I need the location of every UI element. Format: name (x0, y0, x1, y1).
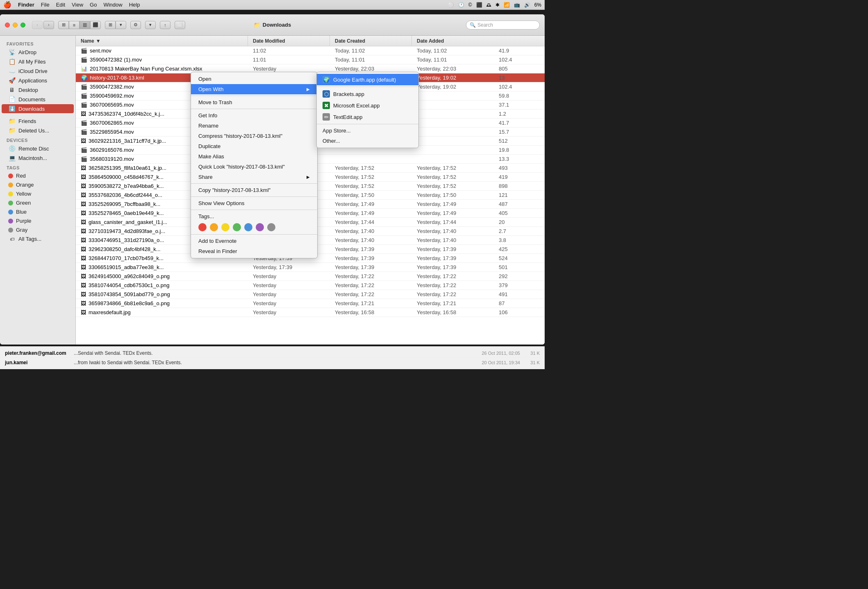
context-menu-item-compress[interactable]: Compress "history-2017-08-13.kml" (191, 131, 317, 141)
file-row[interactable]: 🖼 maxresdefault.jpg Yesterday Yesterday,… (76, 308, 545, 317)
column-view-button[interactable]: ▥ (80, 21, 90, 29)
menubar-timemachine[interactable]: 🕰 (486, 2, 491, 8)
context-menu-item-get-info[interactable]: Get Info (191, 110, 317, 121)
sidebar-item-tag-blue[interactable]: Blue (2, 208, 74, 216)
minimize-button[interactable] (13, 23, 18, 27)
share-button[interactable]: ↑ (160, 21, 170, 29)
sidebar-item-all-my-files[interactable]: 📋 All My Files (2, 57, 74, 66)
context-menu-tag-dot[interactable] (233, 223, 241, 231)
date-modified-column-header[interactable]: Date Modified (248, 36, 330, 46)
file-row[interactable]: 🖼 36249145000_a962c84049_o.png Yesterday… (76, 272, 545, 281)
sidebar-item-tag-gray[interactable]: Gray (2, 226, 74, 234)
icon-view-button[interactable]: ⊞ (58, 21, 69, 29)
menubar-cc[interactable]: © (468, 2, 472, 8)
menu-go[interactable]: Go (90, 2, 97, 8)
file-date-added: Yesterday, 19:02 (412, 75, 494, 81)
context-menu-tag-dot[interactable] (267, 223, 275, 231)
menubar-volume[interactable]: 🔊 (524, 2, 530, 8)
menubar-bluetooth[interactable]: ✱ (495, 2, 500, 8)
back-button[interactable]: ‹ (32, 21, 43, 29)
arrange-button[interactable]: ⊞ (105, 21, 116, 29)
sidebar-item-tag-red[interactable]: Red (2, 171, 74, 180)
context-menu-tag-dot[interactable] (210, 223, 218, 231)
context-menu-item-add-evernote[interactable]: Add to Evernote (191, 236, 317, 246)
sidebar-item-documents[interactable]: 📄 Documents (2, 95, 74, 104)
context-menu-tag-dot[interactable] (221, 223, 229, 231)
file-date-modified: 11:01 (248, 57, 330, 63)
file-row[interactable]: 🖼 35810743854_5091abd779_o.png Yesterday… (76, 290, 545, 299)
menubar-siri[interactable]: ⚪ (448, 2, 454, 8)
email-preview-row[interactable]: pieter.franken@gmail.com ...Sendai with … (0, 349, 545, 358)
tag-button[interactable]: ⬜ (175, 21, 185, 29)
context-menu-item-duplicate[interactable]: Duplicate (191, 141, 317, 151)
context-menu-item-quick-look[interactable]: Quick Look "history-2017-08-13.kml" (191, 162, 317, 172)
sidebar-item-all-tags[interactable]: 🏷 All Tags... (2, 235, 74, 243)
name-column-header[interactable]: Name ▼ (76, 36, 248, 46)
sidebar-item-tag-green[interactable]: Green (2, 199, 74, 207)
submenu-item-other[interactable]: Other... (317, 136, 418, 146)
file-row[interactable]: 🖼 36598734866_6b81e8c9a6_o.png Yesterday… (76, 299, 545, 308)
sidebar-item-macintosh[interactable]: 💻 Macintosh... (2, 153, 74, 162)
menu-edit[interactable]: Edit (56, 2, 65, 8)
context-menu-item-tags[interactable]: Tags... (191, 211, 317, 221)
file-name-label: 36598734866_6b81e8c9a6_o.png (89, 300, 170, 306)
submenu-item-excel[interactable]: ✖Microsoft Excel.app (317, 100, 418, 111)
context-menu-item-rename[interactable]: Rename (191, 121, 317, 131)
file-row[interactable]: 🎬 35900472382 (1).mov 11:01 Today, 11:01… (76, 55, 545, 64)
list-view-button[interactable]: ≡ (69, 21, 80, 29)
menubar-wifi[interactable]: 📶 (504, 2, 510, 8)
date-created-column-header[interactable]: Date Created (330, 36, 412, 46)
action-button[interactable]: ⚙ (130, 21, 141, 29)
context-menu-item-open[interactable]: Open (191, 74, 317, 84)
submenu-item-google-earth[interactable]: 🌍Google Earth.app (default) (317, 74, 418, 85)
sidebar-item-tag-yellow[interactable]: Yellow (2, 189, 74, 198)
menu-file[interactable]: File (41, 2, 50, 8)
action-dropdown-button[interactable]: ▾ (145, 21, 156, 29)
close-button[interactable] (5, 23, 10, 27)
search-box[interactable]: 🔍 Search (466, 21, 540, 30)
sidebar-item-friends[interactable]: 📁 Friends (2, 116, 74, 126)
sidebar-item-tag-orange[interactable]: Orange (2, 180, 74, 189)
sidebar-item-desktop[interactable]: 🖥 Desktop (2, 85, 74, 94)
file-size: 13 (494, 75, 545, 81)
context-menu-item-make-alias[interactable]: Make Alias (191, 151, 317, 162)
sidebar-item-airdrop[interactable]: 📡 AirDrop (2, 48, 74, 57)
sidebar-item-tag-purple[interactable]: Purple (2, 217, 74, 225)
submenu-separator (317, 124, 418, 124)
submenu-item-brackets[interactable]: ⬡Brackets.app (317, 88, 418, 100)
arrange-dropdown-button[interactable]: ▾ (116, 21, 126, 29)
sidebar-item-applications[interactable]: 🚀 Applications (2, 76, 74, 85)
file-icon: 🎬 (81, 48, 87, 54)
context-menu-item-reveal-finder[interactable]: Reveal in Finder (191, 246, 317, 256)
context-menu-item-view-options[interactable]: Show View Options (191, 198, 317, 208)
menubar-airplay2[interactable]: 📺 (514, 2, 520, 8)
date-added-column-header[interactable]: Date Added (412, 36, 494, 46)
zoom-button[interactable] (20, 23, 25, 27)
forward-button[interactable]: › (43, 21, 54, 29)
submenu-item-app-store[interactable]: App Store... (317, 126, 418, 136)
coverflow-view-button[interactable]: ⬛ (90, 21, 101, 29)
menu-help[interactable]: Help (129, 2, 140, 8)
context-menu-tag-dot[interactable] (256, 223, 264, 231)
menu-finder[interactable]: Finder (18, 2, 34, 8)
sidebar-item-icloud[interactable]: ☁️ iCloud Drive (2, 66, 74, 75)
apple-menu[interactable]: 🍎 (3, 1, 11, 9)
context-menu-item-share[interactable]: Share▶ (191, 172, 317, 182)
file-size: 121 (494, 192, 545, 198)
menu-view[interactable]: View (72, 2, 83, 8)
file-row[interactable]: 🖼 35810744054_cdb67530c1_o.png Yesterday… (76, 281, 545, 290)
context-menu-item-open-with[interactable]: Open With▶ (191, 84, 317, 94)
context-menu-item-copy[interactable]: Copy "history-2017-08-13.kml" (191, 185, 317, 195)
sidebar-item-deleted[interactable]: 📁 Deleted Us... (2, 126, 74, 135)
menubar-airplay[interactable]: ⬛ (476, 2, 482, 8)
context-menu-item-move-to-trash[interactable]: Move to Trash (191, 97, 317, 107)
submenu-item-textedit[interactable]: ✏TextEdit.app (317, 111, 418, 123)
context-menu-tag-dot[interactable] (198, 223, 207, 231)
sidebar-item-remote-disc[interactable]: 💿 Remote Disc (2, 144, 74, 153)
sidebar-item-downloads[interactable]: ⬇️ Downloads (2, 104, 74, 113)
menu-window[interactable]: Window (103, 2, 122, 8)
email-preview-row[interactable]: jun.kamei ...from Iwaki to Sendai with S… (0, 358, 545, 368)
file-row[interactable]: 🖼 33066519015_adba77ee38_k... Yesterday,… (76, 263, 545, 272)
context-menu-tag-dot[interactable] (244, 223, 252, 231)
file-row[interactable]: 🎬 sent.mov 11:02 Today, 11:02 Today, 11:… (76, 46, 545, 55)
